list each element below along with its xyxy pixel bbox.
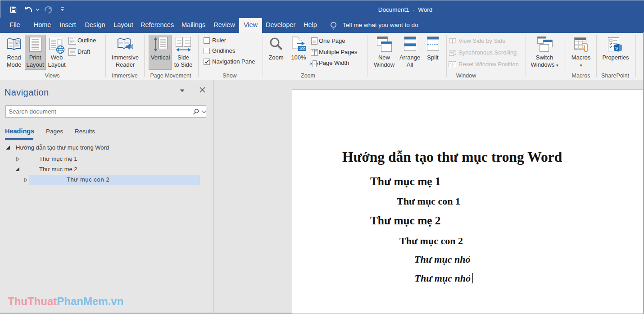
- svg-text:S: S: [615, 46, 618, 50]
- svg-text:100: 100: [299, 46, 305, 51]
